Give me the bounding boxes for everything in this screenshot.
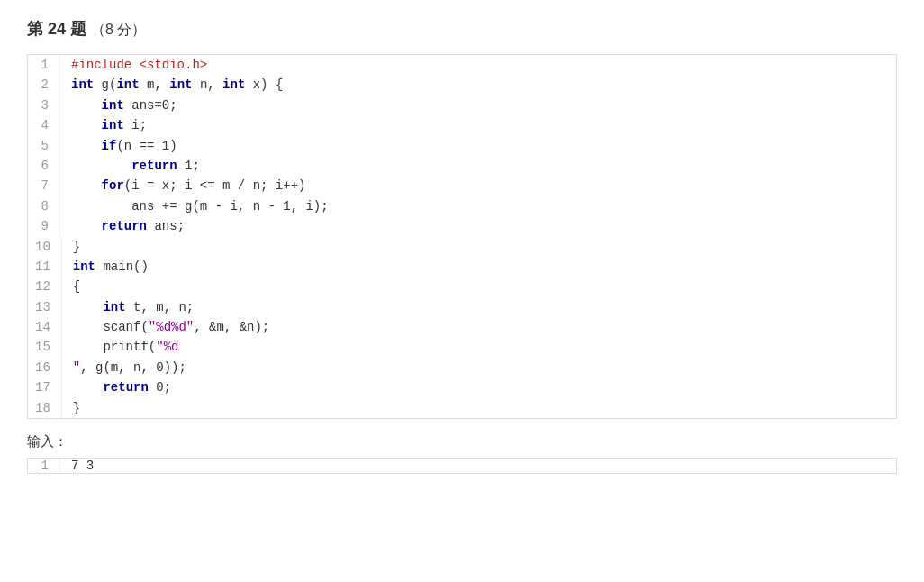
code-line: 4 int i; <box>28 115 896 135</box>
code-line: 18} <box>28 398 896 418</box>
section-label: 输入： <box>27 433 897 450</box>
code-line: 13 int t, m, n; <box>28 297 896 317</box>
code-line: 1#include <stdio.h> <box>28 55 896 75</box>
code-line: 14 scanf("%d%d", &m, &n); <box>28 317 896 337</box>
code-line: 17 return 0; <box>28 377 896 397</box>
code-line: 9 return ans; <box>28 216 896 236</box>
code-line: 15 printf("%d <box>28 337 896 357</box>
code-line: 16", g(m, n, 0)); <box>28 358 896 377</box>
code-line: 3 int ans=0; <box>28 95 896 115</box>
code-line: 6 return 1; <box>28 156 896 176</box>
code-line: 7 for(i = x; i <= m / n; i++) <box>28 176 896 196</box>
question-title: 第 24 题 （8 分） <box>27 18 897 40</box>
code-block: 1#include <stdio.h>2int g(int m, int n, … <box>27 54 897 419</box>
code-line: 10} <box>28 237 896 257</box>
code-line: 8 ans += g(m - i, n - 1, i); <box>28 196 896 216</box>
input-block: 17 3 <box>27 458 897 474</box>
input-line: 17 3 <box>28 459 896 473</box>
code-line: 2int g(int m, int n, int x) { <box>28 75 896 95</box>
code-line: 5 if(n == 1) <box>28 136 896 156</box>
code-line: 11int main() <box>28 257 896 277</box>
code-line: 12{ <box>28 277 896 296</box>
